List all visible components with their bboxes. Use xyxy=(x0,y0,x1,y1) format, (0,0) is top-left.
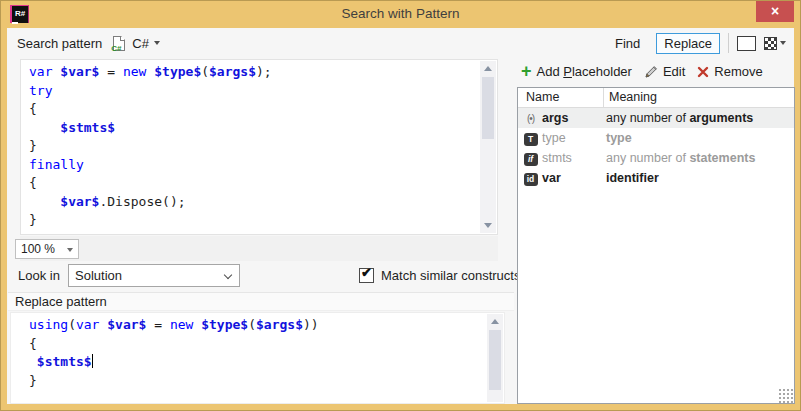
dialog-client-area: Search pattern C# C# Find Replace var $v… xyxy=(7,28,794,404)
code-line: try xyxy=(29,82,497,101)
remove-x-icon xyxy=(697,66,709,78)
check-icon: ✔ xyxy=(361,265,372,280)
code-line: $stmts$ xyxy=(29,353,504,372)
placeholder-name: var xyxy=(539,171,601,185)
column-header-meaning[interactable]: Meaning xyxy=(604,88,794,107)
scroll-up-arrow[interactable] xyxy=(487,314,503,329)
title-bar[interactable]: R# Search with Pattern × xyxy=(1,1,800,28)
code-line: $stmts$ xyxy=(29,119,497,138)
chevron-down-icon xyxy=(780,41,786,45)
type-placeholder-icon: T xyxy=(524,133,538,146)
scroll-up-arrow[interactable] xyxy=(480,61,496,76)
placeholder-list[interactable]: Name Meaning (•)argsany number of argume… xyxy=(517,87,795,404)
text-caret xyxy=(92,354,94,368)
replace-editor-scrollbar[interactable] xyxy=(487,314,503,402)
replace-toggle-button[interactable]: Replace xyxy=(656,33,720,54)
load-pattern-button[interactable] xyxy=(737,36,756,51)
placeholder-row-var[interactable]: idvaridentifier xyxy=(518,168,794,188)
chevron-down-icon xyxy=(154,41,160,45)
plus-icon: + xyxy=(521,64,532,78)
placeholder-row-args[interactable]: (•)argsany number of arguments xyxy=(518,108,794,128)
csharp-file-icon: C# xyxy=(113,36,125,51)
scroll-down-arrow[interactable] xyxy=(480,218,496,233)
chevron-down-icon xyxy=(67,248,73,252)
close-button[interactable]: × xyxy=(756,1,794,22)
add-placeholder-button[interactable]: + Add Placeholder xyxy=(518,64,635,79)
replace-pattern-header: Replace pattern xyxy=(8,292,514,311)
look-in-label: Look in xyxy=(18,264,60,287)
pencil-icon xyxy=(644,65,658,79)
replace-pattern-code[interactable]: using(var $var$ = new $type$($args$)){ $… xyxy=(11,313,504,403)
placeholder-rows: (•)argsany number of argumentsTtypetypei… xyxy=(518,108,794,188)
editor-zoom-select[interactable]: 100 % xyxy=(15,239,79,259)
toolbar-separator xyxy=(728,33,729,53)
code-line: } xyxy=(29,211,497,230)
placeholder-meaning: type xyxy=(601,131,794,145)
placeholder-row-stmts[interactable]: ifstmtsany number of statements xyxy=(518,148,794,168)
placeholder-meaning: any number of arguments xyxy=(601,111,794,125)
arguments-placeholder-icon: (•) xyxy=(527,113,534,124)
match-similar-label[interactable]: Match similar constructs xyxy=(381,265,520,286)
find-toggle-button[interactable]: Find xyxy=(607,33,648,54)
placeholder-list-header: Name Meaning xyxy=(518,88,794,108)
placeholder-meaning: identifier xyxy=(601,171,794,185)
placeholder-name: stmts xyxy=(539,151,601,165)
look-in-select[interactable]: Solution xyxy=(68,264,240,287)
replace-pattern-label: Replace pattern xyxy=(15,294,107,309)
code-line: using(var $var$ = new $type$($args$)) xyxy=(29,316,504,335)
placeholder-row-type[interactable]: Ttypetype xyxy=(518,128,794,148)
code-line: $var$.Dispose(); xyxy=(29,193,497,212)
code-line: { xyxy=(29,174,497,193)
scrollbar-thumb[interactable] xyxy=(482,77,494,139)
statements-placeholder-icon: if xyxy=(524,153,538,166)
close-icon: × xyxy=(771,3,779,19)
search-pattern-code[interactable]: var $var$ = new $type$($args$);try{ $stm… xyxy=(21,60,497,234)
code-line: } xyxy=(29,372,504,391)
code-line: } xyxy=(29,137,497,156)
search-with-pattern-dialog: R# Search with Pattern × Search pattern … xyxy=(0,0,801,411)
search-editor-scrollbar[interactable] xyxy=(480,61,496,233)
chevron-down-icon xyxy=(224,271,232,279)
pattern-save-icon xyxy=(764,37,777,50)
placeholder-meaning: any number of statements xyxy=(601,151,794,165)
placeholder-name: args xyxy=(539,111,601,125)
pattern-open-icon xyxy=(737,36,756,51)
language-selector[interactable]: C# xyxy=(132,36,160,51)
match-similar-checkbox[interactable]: ✔ xyxy=(359,268,374,283)
search-pattern-label: Search pattern xyxy=(17,36,102,51)
editor-status-strip xyxy=(20,236,498,261)
window-resize-grip[interactable] xyxy=(778,388,793,403)
code-line: var $var$ = new $type$($args$); xyxy=(29,63,497,82)
save-pattern-button[interactable] xyxy=(764,37,786,50)
remove-placeholder-button[interactable]: Remove xyxy=(694,64,765,79)
edit-placeholder-button[interactable]: Edit xyxy=(641,64,688,79)
column-header-name[interactable]: Name xyxy=(518,88,604,107)
search-pattern-editor[interactable]: var $var$ = new $type$($args$);try{ $stm… xyxy=(20,59,498,235)
placeholder-name: type xyxy=(539,131,601,145)
placeholders-panel: + Add Placeholder Edit Remove xyxy=(517,58,795,404)
placeholders-toolbar: + Add Placeholder Edit Remove xyxy=(518,58,795,85)
code-line: finally xyxy=(29,156,497,175)
identifier-placeholder-icon: id xyxy=(524,173,538,186)
code-line: { xyxy=(29,100,497,119)
replace-pattern-editor[interactable]: using(var $var$ = new $type$($args$)){ $… xyxy=(10,312,505,404)
code-line: { xyxy=(29,335,504,354)
scrollbar-thumb[interactable] xyxy=(489,330,501,390)
window-title: Search with Pattern xyxy=(1,6,800,21)
